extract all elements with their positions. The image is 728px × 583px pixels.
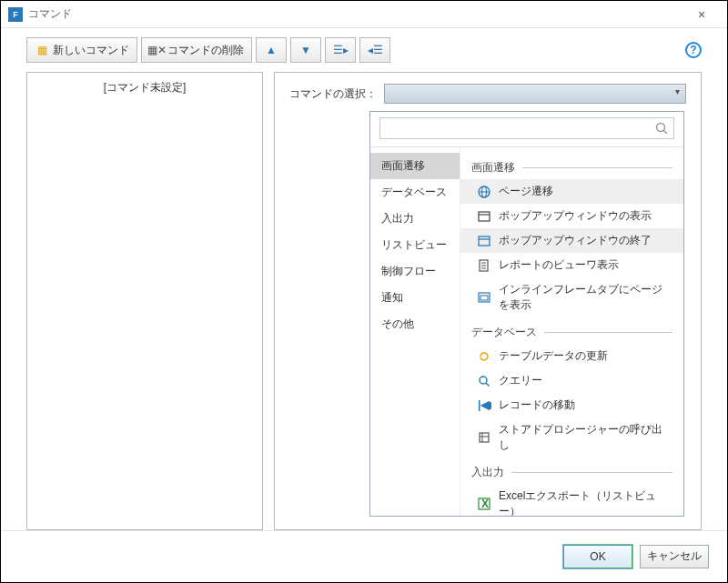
category-item[interactable]: リストビュー: [370, 232, 460, 258]
svg-rect-14: [480, 296, 488, 300]
new-command-button[interactable]: ▦ 新しいコマンド: [26, 37, 137, 63]
command-item-label: テーブルデータの更新: [499, 348, 608, 364]
outdent-button[interactable]: ◂☰: [359, 37, 390, 63]
group-header: データベース: [460, 317, 683, 344]
category-item[interactable]: 入出力: [370, 206, 460, 232]
indent-right-icon: ☰▸: [333, 43, 348, 57]
svg-text:X: X: [481, 498, 489, 510]
command-item-list[interactable]: 画面遷移ページ遷移ポップアップウィンドウの表示ポップアップウィンドウの終了レポー…: [460, 147, 683, 516]
category-list: 画面遷移データベース入出力リストビュー制御フロー通知その他: [370, 147, 460, 516]
command-item-label: インラインフレームタブにページを表示: [499, 282, 672, 313]
command-item-label: ページ遷移: [499, 184, 553, 199]
group-header: 入出力: [460, 457, 683, 484]
svg-point-16: [480, 377, 487, 384]
help-button[interactable]: ?: [685, 42, 702, 58]
svg-line-1: [664, 131, 668, 135]
excel-icon: X: [477, 497, 491, 511]
ok-button[interactable]: OK: [563, 545, 632, 568]
command-item[interactable]: インラインフレームタブにページを表示: [460, 277, 683, 317]
command-select-label: コマンドの選択：: [289, 86, 377, 102]
move-up-button[interactable]: ▲: [256, 37, 287, 63]
category-item[interactable]: 通知: [370, 285, 460, 311]
command-item[interactable]: クエリー: [460, 368, 683, 393]
toolbar: ▦ 新しいコマンド ▦✕ コマンドの削除 ▲ ▼ ☰▸ ◂☰ ?: [1, 28, 727, 72]
svg-line-17: [486, 383, 490, 387]
dropdown-body: 画面遷移データベース入出力リストビュー制御フロー通知その他 画面遷移ページ遷移ポ…: [370, 146, 683, 516]
frame-icon: [477, 290, 491, 305]
group-header: 画面遷移: [460, 153, 683, 179]
delete-icon: ▦✕: [149, 43, 164, 57]
command-item[interactable]: レポートのビューワ表示: [460, 253, 683, 277]
new-icon: ▦: [35, 43, 49, 57]
search-icon: [654, 121, 669, 138]
command-item-label: ストアドプロシージャーの呼び出し: [499, 422, 672, 453]
command-item-label: クエリー: [499, 373, 542, 388]
cancel-button[interactable]: キャンセル: [640, 545, 709, 568]
main-area: [コマンド未設定] コマンドの選択： 画面遷移データベース入出力リストビュー制御…: [1, 72, 727, 530]
command-item[interactable]: ポップアップウィンドウの表示: [460, 204, 683, 228]
category-item[interactable]: データベース: [370, 179, 460, 206]
command-item[interactable]: ポップアップウィンドウの終了: [460, 228, 683, 253]
svg-point-0: [657, 124, 665, 132]
delete-command-button[interactable]: ▦✕ コマンドの削除: [141, 37, 252, 63]
command-select-dropdown[interactable]: [384, 84, 686, 104]
unset-command-label[interactable]: [コマンド未設定]: [38, 80, 251, 95]
command-item[interactable]: ページ遷移: [460, 179, 683, 204]
proc-icon: [477, 430, 491, 445]
command-item[interactable]: テーブルデータの更新: [460, 344, 683, 368]
search-input[interactable]: [379, 117, 674, 139]
command-dropdown-panel: 画面遷移データベース入出力リストビュー制御フロー通知その他 画面遷移ページ遷移ポ…: [369, 111, 684, 517]
command-item-label: Excelエクスポート（リストビュー）: [499, 488, 672, 516]
command-config-panel: コマンドの選択： 画面遷移データベース入出力リストビュー制御フロー通知その他 画…: [274, 72, 702, 530]
svg-rect-19: [480, 433, 489, 442]
command-item-label: ポップアップウィンドウの終了: [499, 233, 652, 248]
command-list-panel: [コマンド未設定]: [26, 72, 263, 530]
command-item[interactable]: ストアドプロシージャーの呼び出し: [460, 417, 683, 457]
indent-left-icon: ◂☰: [368, 43, 382, 57]
globe-icon: [477, 185, 491, 199]
arrow-down-icon: ▼: [298, 43, 313, 57]
command-item[interactable]: |◀▶|レコードの移動: [460, 393, 683, 417]
category-item[interactable]: 制御フロー: [370, 258, 460, 285]
category-item[interactable]: その他: [370, 311, 460, 337]
refresh-icon: [477, 349, 491, 364]
close-button[interactable]: ×: [683, 2, 720, 27]
svg-rect-7: [479, 236, 490, 246]
window-title: コマンド: [28, 6, 683, 22]
command-item[interactable]: XExcelエクスポート（リストビュー）: [460, 484, 683, 516]
app-icon: F: [8, 7, 23, 22]
move-icon: |◀▶|: [477, 398, 491, 413]
window-icon: [477, 209, 491, 224]
indent-button[interactable]: ☰▸: [325, 37, 356, 63]
window-icon: [477, 234, 491, 248]
move-down-button[interactable]: ▼: [290, 37, 321, 63]
svg-rect-5: [479, 212, 490, 221]
report-icon: [477, 258, 491, 273]
new-command-label: 新しいコマンド: [53, 43, 129, 58]
command-item-label: ポップアップウィンドウの表示: [499, 208, 652, 224]
dialog-footer: OK キャンセル: [1, 530, 727, 581]
category-item[interactable]: 画面遷移: [370, 153, 460, 179]
command-item-label: レポートのビューワ表示: [499, 257, 619, 273]
command-item-label: レコードの移動: [499, 397, 575, 413]
svg-text:|◀▶|: |◀▶|: [478, 398, 491, 411]
delete-command-label: コマンドの削除: [167, 43, 244, 58]
arrow-up-icon: ▲: [264, 43, 278, 57]
command-select-row: コマンドの選択：: [289, 84, 686, 104]
titlebar: F コマンド ×: [1, 1, 727, 28]
search-icon: [477, 374, 491, 388]
